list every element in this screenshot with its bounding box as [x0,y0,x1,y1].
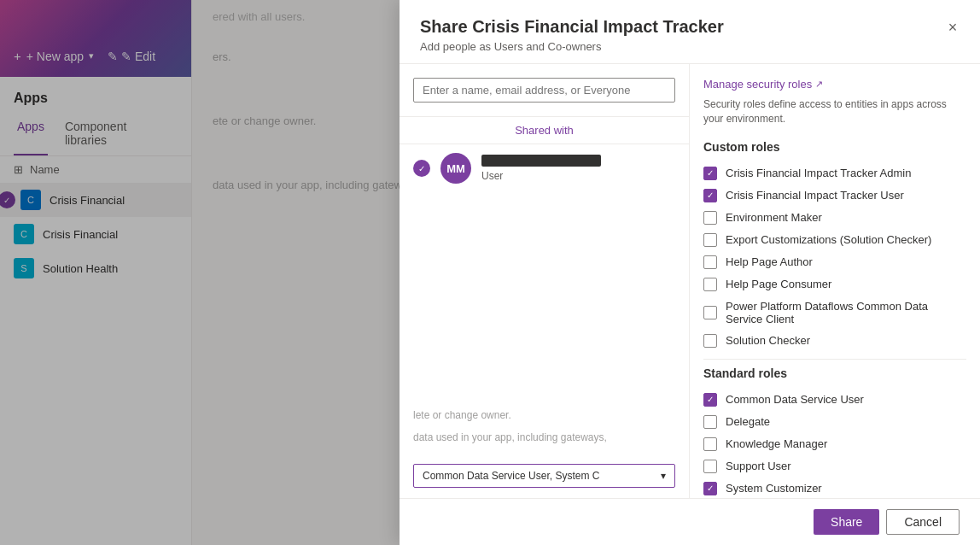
role-label: Crisis Financial Impact Tracker User [726,189,904,202]
role-item[interactable]: Environment Maker [703,207,966,229]
role-checkbox[interactable] [703,211,717,225]
role-item[interactable]: Help Page Consumer [703,273,966,296]
role-checkbox[interactable] [703,233,717,247]
role-item[interactable]: Crisis Financial Impact Tracker Admin [703,162,966,185]
role-label: System Customizer [726,482,822,495]
user-avatar: MM [440,153,471,184]
extra-text-2: data used in your app, including gateway… [400,428,689,454]
manage-roles-label: Manage security roles [703,78,812,91]
role-label: Help Page Author [726,255,813,268]
role-label: Environment Maker [726,211,822,224]
role-checkbox[interactable] [703,482,717,495]
role-label: Solution Checker [726,334,810,347]
modal-subtitle: Add people as Users and Co-owners [420,40,960,53]
role-label: Power Platform Dataflows Common Data Ser… [726,300,966,325]
role-checkbox[interactable] [703,306,717,319]
modal-left-pane: Shared with ✓ MM User lete or change own… [400,64,690,498]
external-link-icon: ↗ [815,79,823,90]
dropdown-area: Common Data Service User, System C ▾ [400,454,689,498]
modal-header: Share Crisis Financial Impact Tracker Ad… [400,0,980,64]
custom-roles-title: Custom roles [703,140,966,154]
modal-title: Share Crisis Financial Impact Tracker [420,17,960,37]
role-label: Common Data Service User [726,393,864,406]
manage-roles-link[interactable]: Manage security roles ↗ [703,78,966,91]
close-button[interactable]: × [939,14,966,41]
shared-user-item[interactable]: ✓ MM User [400,144,689,192]
user-info: User [481,155,675,182]
role-item[interactable]: System Customizer [703,478,966,498]
role-item[interactable]: Knowledge Manager [703,433,966,455]
role-item[interactable]: Common Data Service User [703,389,966,411]
role-checkbox[interactable] [703,393,717,407]
manage-roles-description: Security roles define access to entities… [703,97,966,126]
role-checkbox[interactable] [703,415,717,429]
user-name-redacted [481,155,601,167]
standard-roles-title: Standard roles [703,366,966,380]
role-checkbox[interactable] [703,437,717,451]
shared-with-label: Shared with [400,117,689,144]
role-label: Delegate [726,415,770,428]
role-checkbox[interactable] [703,189,717,202]
role-item[interactable]: Support User [703,455,966,478]
modal-right-pane: Manage security roles ↗ Security roles d… [690,64,980,498]
role-checkbox[interactable] [703,334,717,348]
close-icon: × [948,19,958,37]
people-search-input[interactable] [413,78,675,103]
user-check-icon: ✓ [413,160,430,177]
roles-divider [703,359,966,360]
role-checkbox[interactable] [703,278,717,291]
role-checkbox[interactable] [703,255,717,269]
role-item[interactable]: Delegate [703,411,966,433]
cancel-label: Cancel [904,515,942,529]
role-item[interactable]: Solution Checker [703,330,966,352]
user-role: User [481,170,675,182]
roles-section: Manage security roles ↗ Security roles d… [690,64,980,498]
people-input-area [400,64,689,117]
role-item[interactable]: Crisis Financial Impact Tracker User [703,185,966,207]
role-checkbox[interactable] [703,167,717,180]
role-label: Export Customizations (Solution Checker) [726,233,931,246]
role-item[interactable]: Power Platform Dataflows Common Data Ser… [703,296,966,330]
role-label: Crisis Financial Impact Tracker Admin [726,167,911,179]
dropdown-value: Common Data Service User, System C [423,470,599,482]
roles-dropdown[interactable]: Common Data Service User, System C ▾ [413,464,675,488]
chevron-down-icon: ▾ [661,470,666,482]
role-item[interactable]: Export Customizations (Solution Checker) [703,229,966,251]
role-checkbox[interactable] [703,460,717,473]
role-label: Help Page Consumer [726,278,831,290]
cancel-button[interactable]: Cancel [886,509,960,535]
share-modal: Share Crisis Financial Impact Tracker Ad… [400,0,980,545]
share-label: Share [831,515,862,529]
role-label: Support User [726,460,791,472]
share-button[interactable]: Share [814,509,879,535]
role-item[interactable]: Help Page Author [703,251,966,273]
modal-footer: Share Cancel [400,498,980,545]
modal-body: Shared with ✓ MM User lete or change own… [400,64,980,498]
extra-text-1: lete or change owner. [400,402,689,428]
role-label: Knowledge Manager [726,437,827,450]
